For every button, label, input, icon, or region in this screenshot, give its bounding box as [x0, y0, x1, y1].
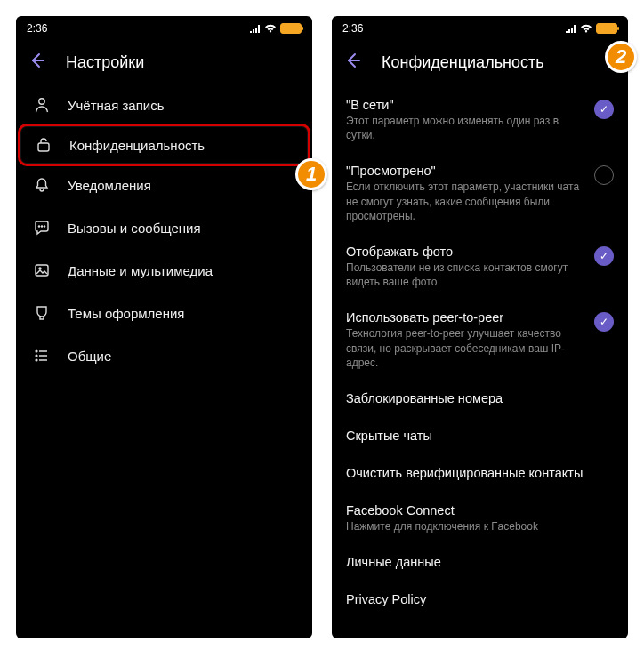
step-badge-2: 2 [605, 41, 637, 73]
priv-title: Facebook Connect [346, 503, 614, 518]
phone-privacy: 2:36 Конфиденциальность "В сети" Этот па… [332, 16, 628, 638]
menu-label: Учётная запись [68, 98, 165, 113]
app-header: Конфиденциальность [332, 41, 628, 84]
list-icon [30, 347, 53, 365]
toggle-on-icon[interactable] [594, 100, 614, 119]
header-title: Конфиденциальность [382, 53, 544, 72]
privacy-item-blocked[interactable]: Заблокированные номера [332, 381, 628, 418]
priv-desc: Технология peer-to-peer улучшает качеств… [346, 326, 587, 370]
priv-desc: Если отключить этот параметр, участники … [346, 180, 587, 223]
status-icons [566, 23, 617, 34]
app-header: Настройки [16, 41, 312, 84]
svg-point-4 [44, 226, 44, 227]
step-badge-1: 1 [295, 158, 327, 190]
privacy-item-policy[interactable]: Privacy Policy [332, 582, 628, 619]
priv-desc: Этот параметр можно изменять один раз в … [346, 114, 587, 142]
priv-title: Заблокированные номера [346, 391, 614, 405]
priv-desc: Пользователи не из списка контактов смог… [346, 261, 587, 289]
privacy-item-personal[interactable]: Личные данные [332, 544, 628, 582]
bell-icon [30, 176, 53, 194]
toggle-off-icon[interactable] [594, 165, 614, 185]
phone-settings: 2:36 Настройки Учётная запись [16, 16, 312, 638]
priv-title: "В сети" [346, 98, 587, 112]
menu-label: Общие [68, 349, 111, 364]
lock-icon [32, 136, 55, 154]
menu-item-privacy[interactable]: Конфиденциальность [18, 124, 310, 166]
clock: 2:36 [342, 22, 363, 35]
menu-item-account[interactable]: Учётная запись [16, 84, 312, 126]
wifi-icon [580, 24, 592, 33]
back-arrow-icon[interactable] [344, 52, 362, 74]
svg-point-2 [38, 226, 39, 227]
svg-rect-5 [36, 265, 48, 276]
priv-title: Скрытые чаты [346, 429, 614, 443]
menu-label: Темы оформления [68, 306, 184, 321]
privacy-item-p2p[interactable]: Использовать peer-to-peer Технология pee… [332, 300, 628, 381]
svg-point-3 [41, 226, 42, 227]
menu-item-media[interactable]: Данные и мультимедиа [16, 249, 312, 292]
chat-icon [30, 219, 53, 237]
back-arrow-icon[interactable] [28, 52, 46, 74]
menu-label: Вызовы и сообщения [68, 221, 201, 236]
menu-item-general[interactable]: Общие [16, 334, 312, 377]
header-title: Настройки [66, 53, 144, 72]
svg-point-9 [36, 359, 37, 361]
menu-label: Уведомления [68, 178, 151, 193]
privacy-item-seen[interactable]: "Просмотрено" Если отключить этот параме… [332, 153, 628, 234]
menu-item-themes[interactable]: Темы оформления [16, 292, 312, 334]
svg-point-7 [36, 350, 37, 352]
toggle-on-icon[interactable] [594, 246, 614, 266]
priv-title: Отображать фото [346, 245, 587, 259]
priv-desc: Нажмите для подключения к Facebook [346, 519, 614, 534]
status-bar: 2:36 [332, 16, 628, 41]
brush-icon [30, 304, 53, 322]
priv-title: Очистить верифицированные контакты [346, 466, 614, 480]
svg-point-6 [39, 268, 41, 269]
privacy-item-photo[interactable]: Отображать фото Пользователи не из списк… [332, 234, 628, 300]
toggle-on-icon[interactable] [594, 312, 614, 332]
image-icon [30, 261, 53, 279]
svg-rect-1 [38, 143, 49, 151]
privacy-item-online[interactable]: "В сети" Этот параметр можно изменять од… [332, 87, 628, 153]
battery-icon [596, 23, 617, 34]
privacy-item-facebook[interactable]: Facebook Connect Нажмите для подключения… [332, 493, 628, 544]
user-icon [30, 96, 53, 114]
priv-title: Личные данные [346, 555, 614, 569]
menu-item-calls[interactable]: Вызовы и сообщения [16, 206, 312, 249]
signal-icon [566, 24, 576, 33]
battery-icon [280, 23, 302, 34]
wifi-icon [264, 24, 277, 33]
privacy-list[interactable]: "В сети" Этот параметр можно изменять од… [332, 84, 628, 638]
menu-label: Данные и мультимедиа [68, 263, 213, 278]
svg-point-8 [36, 355, 37, 357]
privacy-item-clear-verified[interactable]: Очистить верифицированные контакты [332, 455, 628, 493]
clock: 2:36 [27, 22, 47, 35]
menu-item-notifications[interactable]: Уведомления [16, 164, 312, 206]
svg-point-0 [39, 99, 44, 104]
priv-title: "Просмотрено" [346, 164, 587, 178]
privacy-item-hidden[interactable]: Скрытые чаты [332, 418, 628, 455]
menu-label: Конфиденциальность [69, 138, 205, 153]
priv-title: Privacy Policy [346, 592, 614, 606]
status-bar: 2:36 [16, 16, 312, 41]
signal-icon [250, 24, 261, 33]
priv-title: Использовать peer-to-peer [346, 310, 587, 325]
settings-menu: Учётная запись Конфиденциальность Уведом… [16, 84, 312, 638]
status-icons [250, 23, 302, 34]
